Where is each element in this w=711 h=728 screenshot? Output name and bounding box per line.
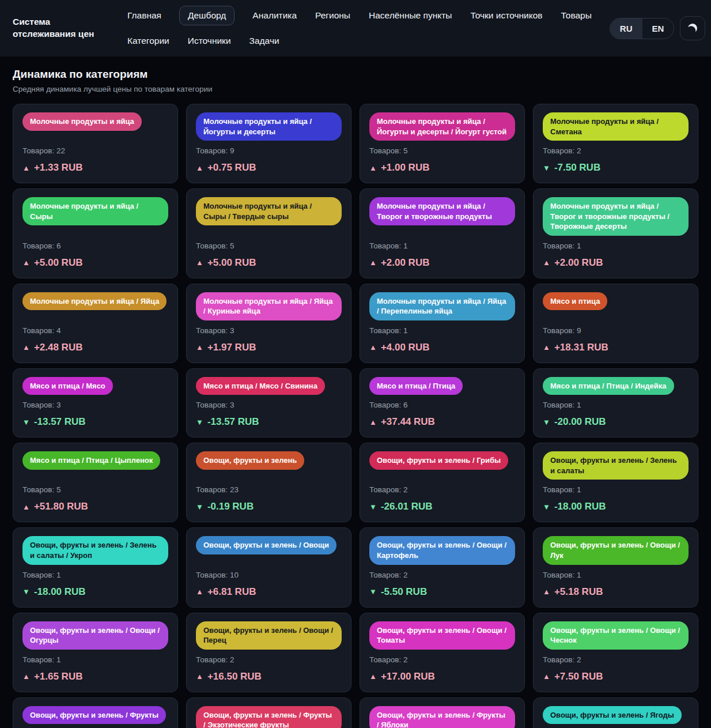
category-card[interactable]: Овощи, фрукты и зелень Товаров: 23 ▼ -0.… — [186, 443, 351, 522]
category-badge: Молочные продукты и яйца / Йогурты и дес… — [369, 112, 515, 141]
card-trend: ▲ +1.97 RUB — [196, 342, 342, 353]
nav-item[interactable]: Задачи — [249, 31, 280, 51]
card-trend: ▲ +4.00 RUB — [369, 342, 515, 353]
category-card[interactable]: Овощи, фрукты и зелень / Овощи / Лук Тов… — [533, 527, 698, 607]
category-card[interactable]: Молочные продукты и яйца Товаров: 22 ▲ +… — [13, 104, 178, 183]
products-count: Товаров: 2 — [543, 146, 689, 155]
category-card[interactable]: Мясо и птица / Птица Товаров: 6 ▲ +37.44… — [360, 368, 525, 438]
category-card[interactable]: Овощи, фрукты и зелень / Овощи / Чеснок … — [533, 613, 698, 692]
nav-row: КатегорииИсточникиЗадачи — [127, 31, 592, 51]
category-card[interactable]: Молочные продукты и яйца / Йогурты и дес… — [186, 104, 351, 183]
category-card[interactable]: Молочные продукты и яйца / Творог и твор… — [360, 188, 525, 278]
card-bottom: Товаров: 22 ▲ +1.33 RUB — [22, 141, 168, 173]
delta-value: -0.19 RUB — [207, 501, 254, 512]
delta-value: -26.01 RUB — [381, 501, 433, 512]
cards-grid: Молочные продукты и яйца Товаров: 22 ▲ +… — [13, 104, 698, 728]
category-card[interactable]: Овощи, фрукты и зелень / Зелень и салаты… — [13, 527, 178, 607]
products-count: Товаров: 3 — [196, 401, 342, 409]
nav-item[interactable]: Источники — [187, 31, 232, 51]
products-count: Товаров: 2 — [369, 571, 515, 579]
category-card[interactable]: Мясо и птица / Мясо / Свинина Товаров: 3… — [186, 368, 351, 438]
category-card[interactable]: Молочные продукты и яйца / Йогурты и дес… — [360, 104, 525, 183]
nav-item[interactable]: Регионы — [315, 6, 351, 25]
products-count: Товаров: 1 — [543, 242, 689, 250]
nav-row: ГлавнаяДешбордАналитикаРегионыНаселённые… — [127, 6, 592, 25]
products-count: Товаров: 2 — [369, 485, 515, 494]
card-bottom: Товаров: 5 ▲ +1.00 RUB — [369, 141, 515, 173]
category-badge: Овощи, фрукты и зелень / Ягоды — [543, 706, 682, 725]
card-trend: ▲ +17.00 RUB — [369, 671, 515, 682]
card-trend: ▼ -26.01 RUB — [369, 501, 515, 512]
category-card[interactable]: Молочные продукты и яйца / Яйца / Перепе… — [360, 284, 525, 363]
category-badge: Овощи, фрукты и зелень / Фрукты / Экзоти… — [196, 706, 342, 728]
nav-item[interactable]: Населённые пункты — [368, 6, 452, 25]
delta-value: +18.31 RUB — [554, 342, 608, 353]
language-toggle[interactable]: RUEN — [610, 18, 675, 39]
category-card[interactable]: Молочные продукты и яйца / Творог и твор… — [533, 188, 698, 278]
nav-item[interactable]: Точки источников — [470, 6, 543, 25]
trend-up-icon: ▲ — [196, 259, 203, 266]
category-card[interactable]: Мясо и птица / Мясо Товаров: 3 ▼ -13.57 … — [13, 368, 178, 438]
category-card[interactable]: Овощи, фрукты и зелень / Овощи / Огурцы … — [13, 613, 178, 692]
category-card[interactable]: Овощи, фрукты и зелень / Овощи Товаров: … — [186, 527, 351, 607]
moon-icon — [687, 22, 699, 35]
category-card[interactable]: Мясо и птица / Птица / Индейка Товаров: … — [533, 368, 698, 438]
category-card[interactable]: Овощи, фрукты и зелень / Фрукты / Яблоки… — [360, 697, 525, 728]
delta-value: +0.75 RUB — [207, 162, 256, 173]
language-button-en[interactable]: EN — [642, 18, 674, 39]
nav-item[interactable]: Аналитика — [252, 6, 297, 25]
delta-value: +5.00 RUB — [207, 257, 256, 269]
delta-value: +37.44 RUB — [381, 416, 435, 428]
card-bottom: Товаров: 2 ▼ -26.01 RUB — [369, 480, 515, 512]
card-trend: ▼ -13.57 RUB — [196, 416, 342, 428]
category-badge: Овощи, фрукты и зелень / Овощи / Томаты — [369, 621, 515, 650]
trend-down-icon: ▼ — [196, 418, 203, 426]
trend-up-icon: ▲ — [22, 344, 30, 351]
card-trend: ▲ +2.00 RUB — [369, 257, 515, 269]
category-card[interactable]: Молочные продукты и яйца / Сыры Товаров:… — [13, 188, 178, 278]
card-trend: ▲ +1.33 RUB — [22, 162, 168, 173]
category-card[interactable]: Овощи, фрукты и зелень / Ягоды Товаров: … — [533, 697, 698, 728]
trend-up-icon: ▲ — [22, 259, 30, 266]
category-card[interactable]: Овощи, фрукты и зелень / Фрукты / Экзоти… — [186, 697, 351, 728]
nav-item[interactable]: Дешборд — [179, 6, 235, 25]
delta-value: +16.50 RUB — [207, 671, 262, 682]
language-button-ru[interactable]: RU — [610, 18, 642, 39]
category-badge: Молочные продукты и яйца / Сыры — [22, 197, 168, 225]
card-bottom: Товаров: 10 ▲ +6.81 RUB — [196, 565, 342, 598]
nav-item[interactable]: Товары — [561, 6, 592, 25]
category-card[interactable]: Мясо и птица / Птица / Цыпленок Товаров:… — [13, 443, 178, 522]
category-badge: Овощи, фрукты и зелень / Овощи / Чеснок — [543, 621, 689, 650]
products-count: Товаров: 23 — [196, 485, 342, 494]
card-trend: ▼ -5.50 RUB — [369, 586, 515, 598]
trend-up-icon: ▲ — [369, 344, 377, 351]
trend-up-icon: ▲ — [369, 164, 377, 172]
card-trend: ▼ -18.00 RUB — [22, 586, 168, 598]
trend-up-icon: ▲ — [22, 164, 30, 172]
category-card[interactable]: Мясо и птица Товаров: 9 ▲ +18.31 RUB — [533, 284, 698, 363]
trend-up-icon: ▲ — [543, 344, 550, 351]
nav-item[interactable]: Категории — [127, 31, 170, 51]
category-card[interactable]: Овощи, фрукты и зелень / Фрукты Товаров:… — [13, 697, 178, 728]
category-card[interactable]: Овощи, фрукты и зелень / Зелень и салаты… — [533, 443, 698, 522]
category-card[interactable]: Овощи, фрукты и зелень / Грибы Товаров: … — [360, 443, 525, 522]
card-bottom: Товаров: 3 ▲ +1.97 RUB — [196, 320, 342, 353]
card-bottom: Товаров: 1 ▼ -20.00 RUB — [543, 395, 689, 428]
theme-toggle-button[interactable] — [680, 16, 705, 40]
category-badge: Овощи, фрукты и зелень / Грибы — [369, 451, 508, 470]
delta-value: -18.00 RUB — [34, 586, 86, 598]
card-bottom: Товаров: 3 ▼ -13.57 RUB — [196, 395, 342, 428]
delta-value: +2.48 RUB — [34, 342, 83, 353]
nav-item[interactable]: Главная — [127, 6, 162, 25]
card-bottom: Товаров: 1 ▲ +1.65 RUB — [22, 650, 168, 682]
category-card[interactable]: Овощи, фрукты и зелень / Овощи / Картофе… — [360, 527, 525, 607]
category-card[interactable]: Молочные продукты и яйца / Яйца Товаров:… — [13, 284, 178, 363]
category-card[interactable]: Молочные продукты и яйца / Сыры / Тверды… — [186, 188, 351, 278]
products-count: Товаров: 1 — [369, 242, 515, 250]
category-card[interactable]: Овощи, фрукты и зелень / Овощи / Перец Т… — [186, 613, 351, 692]
products-count: Товаров: 1 — [369, 326, 515, 335]
products-count: Товаров: 9 — [543, 326, 689, 335]
category-card[interactable]: Молочные продукты и яйца / Яйца / Курины… — [186, 284, 351, 363]
category-card[interactable]: Молочные продукты и яйца / Сметана Товар… — [533, 104, 698, 183]
category-card[interactable]: Овощи, фрукты и зелень / Овощи / Томаты … — [360, 613, 525, 692]
